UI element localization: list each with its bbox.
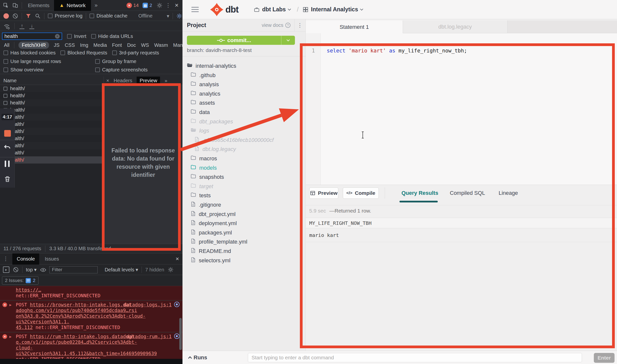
3rd-party-requests-checkbox[interactable]: 3rd-party requests bbox=[112, 50, 159, 56]
tree-item-data[interactable]: data bbox=[190, 108, 210, 117]
request-row[interactable]: alth/ bbox=[0, 128, 104, 135]
filter-funnel-icon[interactable] bbox=[25, 13, 31, 19]
sql-editor[interactable]: 1 select 'mario kart' as my_life_right_n… bbox=[306, 33, 617, 185]
project-switcher[interactable]: Internal Analytics bbox=[303, 6, 363, 13]
tab-network[interactable]: ▲ Network bbox=[54, 0, 91, 11]
live-expression-eye-icon[interactable] bbox=[40, 267, 46, 273]
error-url[interactable]: https://… bbox=[16, 287, 41, 293]
tree-item-internal-analytics[interactable]: internal-analytics bbox=[186, 61, 236, 71]
record-icon[interactable] bbox=[3, 13, 9, 19]
tree-item-analytics[interactable]: analytics bbox=[190, 89, 220, 99]
tree-item-logs[interactable]: logs bbox=[190, 126, 209, 135]
type-filter-js[interactable]: JS bbox=[53, 42, 60, 49]
more-tabs-icon[interactable]: » bbox=[94, 2, 97, 9]
chevron-down-icon[interactable]: ▾ bbox=[167, 13, 169, 19]
hamburger-menu-icon[interactable] bbox=[191, 7, 199, 12]
tree-item-dbt-project-yml[interactable]: dbt_project.yml bbox=[190, 210, 236, 219]
console-menu-icon[interactable]: ⋮ bbox=[0, 256, 11, 262]
tab-query-results[interactable]: Query Results bbox=[401, 190, 438, 196]
tab-preview[interactable]: Preview bbox=[137, 77, 160, 85]
more-detail-tabs-icon[interactable]: » bbox=[162, 78, 170, 83]
console-close-icon[interactable]: × bbox=[176, 255, 179, 262]
error-url[interactable]: on%3A3.0.2%2Cenv%3Aprod%2Cservice%3Adbt-… bbox=[16, 313, 145, 324]
results-row[interactable]: mario kart bbox=[306, 228, 617, 242]
disable-cache-checkbox[interactable]: Disable cache bbox=[90, 13, 127, 19]
tree-item-packages-yml[interactable]: packages.yml bbox=[190, 228, 232, 237]
undo-icon[interactable] bbox=[4, 144, 11, 152]
preserve-log-checkbox[interactable]: Preserve log bbox=[48, 13, 82, 19]
tree-item-macros[interactable]: macros bbox=[190, 154, 217, 163]
pause-recording-button[interactable] bbox=[5, 161, 10, 167]
tree-item--gitignore[interactable]: .gitignore bbox=[190, 200, 221, 210]
editor-tab-statement-1[interactable]: Statement 1 bbox=[306, 20, 403, 33]
type-filter-doc[interactable]: Doc bbox=[127, 42, 136, 49]
tree-item-target[interactable]: target bbox=[190, 182, 213, 191]
throttling-wifi-icon[interactable] bbox=[3, 23, 9, 29]
runs-toggle[interactable]: Runs bbox=[189, 354, 207, 361]
import-har-icon[interactable]: ↑ bbox=[19, 23, 24, 29]
request-row[interactable]: alth/ bbox=[0, 121, 104, 128]
inspect-icon[interactable] bbox=[3, 2, 9, 8]
error-source-link[interactable]: datadog-logs.js:1 bbox=[124, 302, 172, 308]
issues-pill[interactable]: 2 Issues: 2 bbox=[2, 276, 38, 285]
tab-compiled-sql[interactable]: Compiled SQL bbox=[450, 190, 485, 196]
throttling-select[interactable]: Offline bbox=[138, 13, 152, 19]
type-filter-font[interactable]: Font bbox=[111, 42, 122, 49]
tab-console[interactable]: Console bbox=[12, 253, 39, 265]
export-har-icon[interactable]: ↓ bbox=[29, 23, 34, 29]
view-docs-link[interactable]: view docs ? bbox=[262, 22, 290, 28]
tree-item-readme-md[interactable]: README.md bbox=[190, 247, 231, 256]
blocked-requests-checkbox[interactable]: Blocked Requests bbox=[60, 50, 107, 56]
delete-recording-button[interactable] bbox=[4, 175, 11, 184]
error-url[interactable]: 45.112 bbox=[16, 325, 33, 330]
show-overview-checkbox[interactable]: Show overview bbox=[3, 67, 44, 73]
request-row[interactable]: health/ bbox=[0, 106, 104, 114]
preview-button[interactable]: Preview bbox=[309, 187, 338, 199]
issue-count-badge[interactable]: ▤ 2 bbox=[143, 3, 152, 8]
close-detail-icon[interactable]: × bbox=[106, 78, 109, 83]
devtools-close-icon[interactable]: × bbox=[175, 1, 179, 9]
console-settings-gear-icon[interactable] bbox=[168, 267, 174, 273]
error-url[interactable]: https://rum-http-intake.logs.datadogh bbox=[30, 334, 134, 339]
tab-issues[interactable]: Issues bbox=[40, 253, 63, 265]
tree-item--nfs3665c416bfecb1000000cf[interactable]: .nfs3665c416bfecb1000000cf bbox=[194, 135, 274, 145]
name-column-header[interactable]: Name bbox=[0, 77, 104, 85]
console-filter-input[interactable]: Filter bbox=[49, 266, 98, 273]
tree-item-tests[interactable]: tests bbox=[190, 191, 211, 200]
clear-icon[interactable] bbox=[12, 13, 18, 19]
error-count-badge[interactable]: × 14 bbox=[127, 3, 139, 8]
hide-data-urls-checkbox[interactable]: Hide data URLs bbox=[91, 33, 133, 39]
log-levels-select[interactable]: Default levels ▾ bbox=[105, 267, 138, 273]
tree-item-dbt-log-legacy[interactable]: dbt.log.legacy bbox=[194, 145, 236, 154]
request-row[interactable]: alth/ bbox=[0, 114, 104, 121]
error-url[interactable]: cloud-ui%2Cversion%3A1.1.45.112&batch_ti… bbox=[16, 345, 157, 356]
clear-filter-icon[interactable]: × bbox=[55, 34, 60, 39]
request-row[interactable]: health/ bbox=[0, 85, 104, 92]
type-filter-fetch-xhr[interactable]: Fetch/XHR bbox=[18, 42, 49, 49]
type-filter-ws[interactable]: WS bbox=[141, 42, 149, 49]
request-row[interactable]: alth/ bbox=[0, 149, 104, 156]
capture-screenshots-checkbox[interactable]: Capture screenshots bbox=[95, 67, 148, 73]
tree-item-dbt-packages[interactable]: dbt_packages bbox=[190, 117, 233, 126]
group-by-frame-checkbox[interactable]: Group by frame bbox=[95, 59, 136, 64]
error-url[interactable]: adoghq.com/v1/input/pub740de5f405dcdaa9…… bbox=[16, 308, 137, 313]
tree-item--github[interactable]: .github bbox=[190, 71, 216, 80]
tree-item-analysis[interactable]: analysis bbox=[190, 80, 219, 89]
type-filter-css[interactable]: CSS bbox=[64, 42, 75, 49]
context-select[interactable]: top ▾ bbox=[26, 267, 36, 273]
tree-item-deployment-yml[interactable]: deployment.yml bbox=[190, 219, 237, 228]
account-switcher[interactable]: dbt Labs bbox=[254, 6, 290, 13]
type-filter-img[interactable]: Img bbox=[80, 42, 89, 49]
expand-icon[interactable]: ▶ bbox=[9, 302, 12, 308]
error-url[interactable]: https://browser-http-intake.logs.dat bbox=[30, 302, 131, 307]
enter-button[interactable]: Enter bbox=[594, 353, 615, 363]
type-filter-all[interactable]: All bbox=[3, 42, 10, 49]
search-icon[interactable] bbox=[35, 13, 41, 19]
tab-headers[interactable]: Headers bbox=[111, 78, 135, 83]
console-error[interactable]: https://…net::ERR_INTERNET_DISCONNECTED bbox=[0, 286, 182, 300]
has-blocked-cookies-checkbox[interactable]: Has blocked cookies bbox=[3, 50, 55, 56]
tab-elements[interactable]: Elements bbox=[23, 2, 54, 8]
type-filter-media[interactable]: Media bbox=[93, 42, 107, 49]
tree-item-assets[interactable]: assets bbox=[190, 98, 215, 108]
stop-recording-button[interactable] bbox=[4, 130, 11, 137]
